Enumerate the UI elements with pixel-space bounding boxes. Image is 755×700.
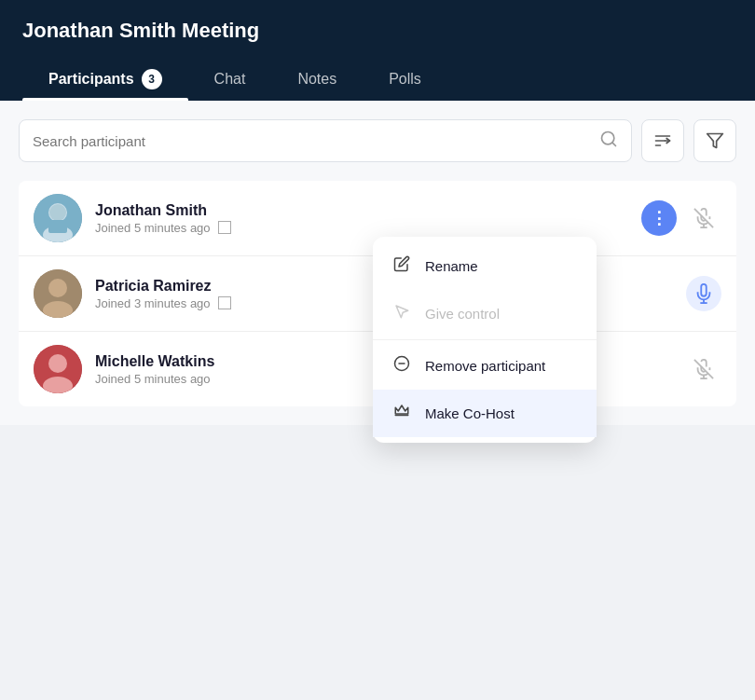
tab-chat-label: Chat: [214, 71, 246, 88]
header: Jonathan Smith Meeting Participants 3 Ch…: [0, 0, 755, 101]
minus-circle-icon: [391, 355, 412, 377]
avatar: [34, 345, 82, 393]
svg-point-18: [48, 279, 67, 297]
menu-item-remove[interactable]: Remove participant: [373, 342, 597, 390]
svg-point-23: [48, 354, 67, 373]
cursor-icon: [391, 303, 412, 324]
tab-participants[interactable]: Participants 3: [22, 58, 188, 101]
search-input[interactable]: [33, 133, 590, 149]
main-content: Jonathan Smith Joined 5 minutes ago ⋮: [0, 101, 755, 425]
participant-list: Jonathan Smith Joined 5 minutes ago ⋮: [19, 181, 736, 406]
search-box: [19, 119, 632, 162]
participant-name: Jonathan Smith: [95, 202, 641, 219]
svg-rect-11: [48, 220, 67, 233]
menu-item-cohost[interactable]: Make Co-Host: [373, 390, 597, 437]
mute-button[interactable]: [686, 200, 721, 236]
participant-actions: ⋮: [641, 200, 721, 236]
participant-meta: Joined 5 minutes ago: [95, 221, 641, 235]
search-icon: [599, 130, 618, 152]
tab-bar: Participants 3 Chat Notes Polls: [22, 58, 733, 101]
participant-actions: [686, 276, 721, 311]
avatar: [34, 269, 82, 318]
tab-polls[interactable]: Polls: [363, 58, 447, 101]
mute-button[interactable]: [686, 351, 721, 387]
filter-button[interactable]: [693, 119, 736, 162]
crown-icon: [391, 403, 412, 424]
participant-checkbox[interactable]: [218, 221, 231, 234]
context-menu: Rename Give control: [373, 237, 597, 443]
tab-participants-label: Participants: [48, 71, 134, 88]
mute-button[interactable]: [686, 276, 721, 311]
avatar: [34, 194, 82, 242]
give-control-label: Give control: [425, 306, 500, 322]
menu-item-give-control: Give control: [373, 290, 597, 337]
table-row: Jonathan Smith Joined 5 minutes ago ⋮: [19, 181, 736, 256]
menu-item-rename[interactable]: Rename: [373, 242, 597, 290]
participants-badge: 3: [142, 69, 162, 89]
tab-notes[interactable]: Notes: [271, 58, 363, 101]
participant-actions: [686, 351, 721, 387]
tab-notes-label: Notes: [297, 71, 336, 88]
cohost-label: Make Co-Host: [425, 405, 515, 421]
tab-chat[interactable]: Chat: [188, 58, 272, 101]
options-button[interactable]: ⋮: [641, 200, 677, 236]
tab-polls-label: Polls: [389, 71, 421, 88]
svg-line-1: [612, 143, 616, 146]
meeting-title: Jonathan Smith Meeting: [22, 19, 733, 43]
participant-info: Jonathan Smith Joined 5 minutes ago: [95, 202, 641, 235]
participant-checkbox[interactable]: [218, 296, 231, 309]
svg-marker-6: [707, 134, 723, 148]
svg-point-10: [49, 204, 66, 221]
sort-button[interactable]: [641, 119, 684, 162]
pencil-icon: [391, 255, 412, 277]
rename-label: Rename: [425, 258, 478, 274]
search-row: [19, 119, 736, 162]
menu-divider: [373, 339, 597, 340]
remove-label: Remove participant: [425, 358, 545, 374]
